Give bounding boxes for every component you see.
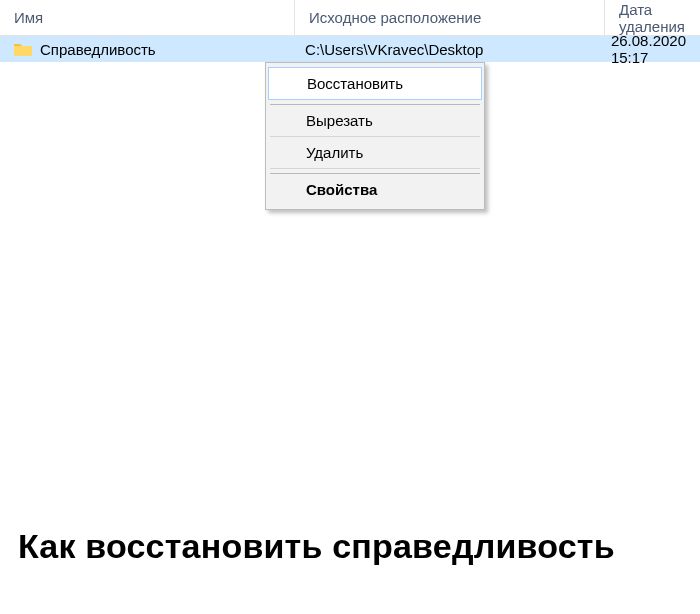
column-header-date-label: Дата удаления [619, 1, 686, 35]
menu-item-cut-label: Вырезать [306, 112, 373, 129]
row-date-label: 26.08.2020 15:17 [611, 32, 686, 66]
column-headers: ˄ Имя Исходное расположение Дата удалени… [0, 0, 700, 36]
folder-icon [14, 42, 32, 57]
row-name-label: Справедливость [40, 41, 156, 58]
table-row[interactable]: Справедливость C:\Users\VKravec\Desktop … [0, 36, 700, 62]
menu-item-restore[interactable]: Восстановить [268, 67, 482, 100]
column-header-name[interactable]: ˄ Имя [0, 0, 295, 35]
context-menu: Восстановить Вырезать Удалить Свойства [265, 62, 485, 210]
menu-item-properties[interactable]: Свойства [270, 174, 480, 205]
column-header-origin[interactable]: Исходное расположение [295, 0, 605, 35]
cell-date: 26.08.2020 15:17 [597, 36, 700, 62]
menu-item-delete-label: Удалить [306, 144, 363, 161]
page-caption: Как восстановить справедливость [18, 527, 615, 566]
menu-item-cut[interactable]: Вырезать [270, 105, 480, 137]
cell-origin: C:\Users\VKravec\Desktop [291, 36, 597, 62]
column-header-name-label: Имя [14, 9, 43, 26]
menu-item-restore-label: Восстановить [307, 75, 403, 92]
menu-item-properties-label: Свойства [306, 181, 377, 198]
row-origin-label: C:\Users\VKravec\Desktop [305, 41, 483, 58]
column-header-date[interactable]: Дата удаления [605, 0, 700, 35]
column-header-origin-label: Исходное расположение [309, 9, 481, 26]
menu-item-delete[interactable]: Удалить [270, 137, 480, 169]
sort-indicator-icon: ˄ [144, 0, 150, 10]
cell-name: Справедливость [0, 36, 291, 62]
